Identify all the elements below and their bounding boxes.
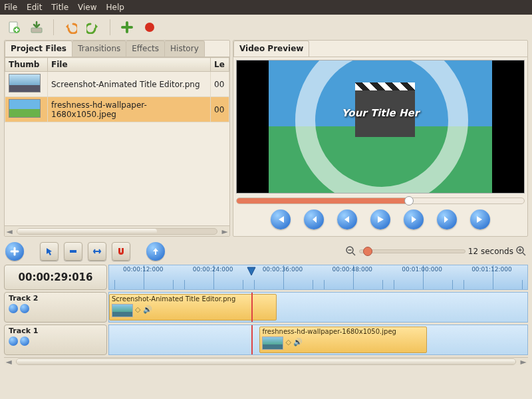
clip-icons: ◇ 🔊 <box>135 303 152 314</box>
playhead-line <box>251 293 253 322</box>
seek-knob[interactable] <box>404 196 414 205</box>
scroll-left-icon[interactable]: ◄ <box>5 227 14 236</box>
playhead[interactable] <box>247 267 256 276</box>
table-row[interactable]: Screenshot-Animated Title Editor.png 00 <box>5 72 229 97</box>
zoom-slider[interactable] <box>359 249 466 253</box>
menu-edit[interactable]: Edit <box>27 3 42 12</box>
redo-button[interactable] <box>84 19 102 36</box>
arrow-tool-button[interactable] <box>40 242 59 261</box>
step-back-button[interactable] <box>337 209 357 229</box>
time-ruler[interactable]: 00:00:12:00000:00:24:00000:00:36:00000:0… <box>108 265 528 290</box>
ruler-tick-label: 00:00:36:000 <box>263 266 303 273</box>
transition[interactable]: Fractal 7 <box>259 322 305 323</box>
import-button[interactable] <box>28 19 45 36</box>
track-lock-toggle[interactable] <box>20 336 29 346</box>
tab-video-preview[interactable]: Video Preview <box>233 41 309 57</box>
col-len[interactable]: Le <box>211 58 229 72</box>
magnet-icon <box>116 247 126 256</box>
razor-tool-button[interactable] <box>64 242 82 261</box>
new-file-button[interactable] <box>5 19 23 36</box>
video-preview[interactable]: Your Title Her <box>236 60 525 194</box>
files-table: Thumb File Le Screenshot-Animated Title … <box>5 57 229 122</box>
track-visible-toggle[interactable] <box>9 304 18 313</box>
timeline: 00:00:29:016 00:00:12:00000:00:24:00000:… <box>0 263 532 369</box>
menu-title[interactable]: Title <box>51 3 68 12</box>
table-row[interactable]: freshness-hd-wallpaper-1680x1050.jpeg 00 <box>5 97 229 122</box>
col-file[interactable]: File <box>48 58 211 72</box>
track-visible-toggle[interactable] <box>9 336 18 346</box>
plus-icon <box>120 21 134 34</box>
zoom-in-icon[interactable] <box>516 246 527 257</box>
scroll-right-icon[interactable]: ► <box>519 357 528 366</box>
ruler-tick-label: 00:01:12:000 <box>471 266 512 273</box>
undo-icon <box>64 21 77 34</box>
track-lock-toggle[interactable] <box>20 304 29 313</box>
cursor-icon <box>45 247 54 256</box>
preview-body: Your Title Her <box>233 57 527 236</box>
scroll-left-icon[interactable]: ◄ <box>4 357 13 366</box>
svg-point-3 <box>145 23 154 32</box>
track-header[interactable]: Track 2 <box>4 292 107 323</box>
svg-rect-2 <box>31 28 42 33</box>
redo-icon <box>86 21 100 34</box>
timecode-display: 00:00:29:016 <box>4 265 107 290</box>
add-marker-button[interactable] <box>146 242 165 261</box>
timeline-toolbar: 12 seconds <box>0 239 532 263</box>
files-hscroll[interactable]: ◄ ► <box>5 225 229 236</box>
play-button[interactable] <box>370 209 390 229</box>
skip-end-button[interactable] <box>470 209 490 229</box>
next-marker-button[interactable] <box>437 209 457 229</box>
ruler-tick-label: 00:00:48:000 <box>332 266 372 273</box>
ruler-tick-label: 00:00:12:000 <box>123 266 164 273</box>
clip-label: freshness-hd-wallpaper-1680x1050.jpeg <box>260 327 426 336</box>
scroll-right-icon[interactable]: ► <box>220 227 229 236</box>
upper-area: Project Files Transitions Effects Histor… <box>0 40 532 239</box>
thumbnail <box>9 74 41 92</box>
razor-icon <box>68 247 78 256</box>
undo-button[interactable] <box>62 19 79 36</box>
snap-tool-button[interactable] <box>112 242 130 261</box>
track-body[interactable]: Screenshot-Animated Title Editor.png◇ 🔊F… <box>108 292 528 323</box>
timeline-hscroll[interactable]: ◄ ► <box>4 357 528 365</box>
clip-thumb <box>112 304 133 317</box>
track-name: Track 1 <box>9 327 102 335</box>
tab-history[interactable]: History <box>164 41 205 57</box>
ruler-tick-label: 00:00:24:000 <box>193 266 233 273</box>
zoom-knob[interactable] <box>363 247 372 256</box>
record-button[interactable] <box>141 19 158 36</box>
ruler-row: 00:00:29:016 00:00:12:00000:00:24:00000:… <box>4 265 528 290</box>
skip-end-icon <box>475 215 485 224</box>
add-button[interactable] <box>118 19 136 36</box>
resize-tool-button[interactable] <box>88 242 106 261</box>
seek-bar[interactable] <box>236 198 525 204</box>
menu-view[interactable]: View <box>78 3 96 12</box>
menu-file[interactable]: File <box>4 3 17 12</box>
step-fwd-button[interactable] <box>404 209 424 229</box>
track-header[interactable]: Track 1 <box>4 325 107 355</box>
separator <box>53 19 54 35</box>
skip-start-button[interactable] <box>271 209 291 229</box>
add-track-button[interactable] <box>5 242 24 261</box>
tab-project-files[interactable]: Project Files <box>5 41 72 57</box>
play-icon <box>376 215 385 224</box>
track-body[interactable]: freshness-hd-wallpaper-1680x1050.jpeg◇ 🔊 <box>108 325 528 355</box>
zoom-out-icon[interactable] <box>346 246 356 257</box>
tab-effects[interactable]: Effects <box>126 41 165 57</box>
zoom-label: 12 seconds <box>468 247 513 256</box>
preview-title-overlay: Your Title Her <box>269 107 493 119</box>
project-panel: Project Files Transitions Effects Histor… <box>4 40 230 237</box>
import-icon <box>30 21 43 34</box>
menu-help[interactable]: Help <box>106 3 124 12</box>
ruler-tick-label: 00:01:00:000 <box>402 266 442 273</box>
tab-transitions[interactable]: Transitions <box>72 41 126 57</box>
separator <box>110 19 110 35</box>
plus-icon <box>10 247 19 256</box>
track-name: Track 2 <box>9 294 102 303</box>
clip[interactable]: freshness-hd-wallpaper-1680x1050.jpeg◇ 🔊 <box>259 327 427 353</box>
skip-start-icon <box>276 215 285 224</box>
prev-marker-button[interactable] <box>304 209 324 229</box>
marker-up-icon <box>151 247 160 256</box>
document-plus-icon <box>7 21 21 34</box>
track-row: Track 1 freshness-hd-wallpaper-1680x1050… <box>4 325 528 355</box>
col-thumb[interactable]: Thumb <box>5 58 48 72</box>
